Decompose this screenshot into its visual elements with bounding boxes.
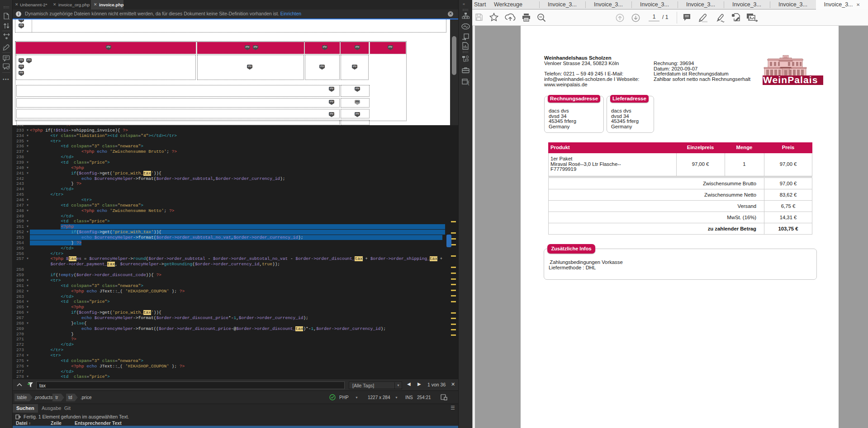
- svg-text:WeinPalais: WeinPalais: [763, 75, 818, 85]
- svg-text:❬❭: ❬❭: [467, 82, 470, 85]
